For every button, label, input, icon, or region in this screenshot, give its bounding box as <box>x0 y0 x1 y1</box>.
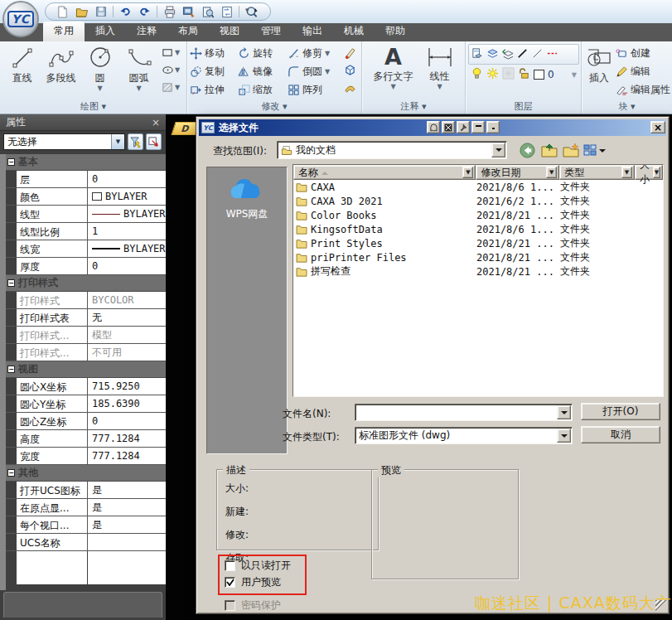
arc-dropdown-icon[interactable]: ▼ <box>136 85 141 91</box>
linetype-thin-button[interactable] <box>531 47 544 62</box>
print-button[interactable] <box>161 4 178 19</box>
filename-dropdown-icon[interactable] <box>557 405 571 419</box>
qat-overflow-icon[interactable]: ▾ <box>245 7 249 14</box>
collapse-icon[interactable]: − <box>7 279 15 287</box>
collapse-icon[interactable]: − <box>7 158 15 166</box>
pin-button[interactable] <box>457 121 470 133</box>
layer-sun-toggle[interactable] <box>486 67 499 82</box>
tab-annotate[interactable]: 注释 <box>126 22 167 41</box>
up-folder-button[interactable] <box>539 141 558 159</box>
circle-button[interactable]: 圆 ▼ <box>80 44 119 96</box>
copy-button[interactable]: 复制 <box>190 62 238 80</box>
redo-button[interactable] <box>136 4 153 19</box>
layer-color-swatch[interactable] <box>534 70 544 80</box>
layer-on-toggle[interactable] <box>471 67 483 82</box>
section-other[interactable]: −其他 <box>6 465 166 482</box>
minimize-button[interactable] <box>471 121 485 133</box>
filetype-combobox[interactable]: 标准图形文件 (dwg) <box>355 427 573 444</box>
layer-states-button[interactable] <box>486 47 499 62</box>
hatch-dropdown-icon[interactable]: ▼ <box>175 85 180 90</box>
new-file-button[interactable] <box>54 4 71 19</box>
tab-view[interactable]: 视图 <box>209 22 250 41</box>
ellipse-button[interactable]: ▼ <box>162 61 180 79</box>
layer-lock-toggle[interactable] <box>518 67 530 82</box>
scale-button[interactable]: 缩放 <box>238 80 288 99</box>
column-header-date[interactable]: 修改日期▼ <box>476 165 559 180</box>
print-preview-button[interactable] <box>199 4 216 19</box>
properties-close-icon[interactable]: × <box>152 117 160 128</box>
column-header-size[interactable]: 大小▼ <box>635 165 663 180</box>
quick-select-button[interactable] <box>128 133 143 150</box>
save-button[interactable] <box>92 4 109 19</box>
rectangle-dropdown-icon[interactable]: ▼ <box>175 50 180 56</box>
mirror-button[interactable]: 镜像 <box>238 62 288 80</box>
trim-dropdown-icon[interactable]: ▼ <box>325 51 330 56</box>
filename-combobox[interactable] <box>355 404 573 421</box>
tab-mechanical[interactable]: 机械 <box>333 22 375 41</box>
tab-help[interactable]: 帮助 <box>375 22 416 41</box>
file-row[interactable]: priPrinter Files 2021/8/21 ...文件夹 <box>293 250 663 264</box>
hatch-button[interactable]: ▼ <box>162 79 180 96</box>
stretch-button[interactable]: 拉伸 <box>190 80 238 99</box>
column-header-type[interactable]: 类型▼ <box>559 165 635 180</box>
layer-freeze-toggle[interactable] <box>502 67 515 82</box>
open-file-button[interactable] <box>73 4 90 19</box>
view-menu-button[interactable] <box>581 141 607 159</box>
pickadd-toggle-button[interactable] <box>146 133 162 150</box>
open-button[interactable]: 打开(O) <box>581 403 660 420</box>
file-row[interactable]: CAXA 3D 2021 2021/6/2 1...文件夹 <box>293 194 663 208</box>
linear-dim-button[interactable]: 线性 ▼ <box>422 44 458 90</box>
circle-dropdown-icon[interactable]: ▼ <box>97 85 102 91</box>
fillet-button[interactable]: 倒圆▼ <box>288 62 342 80</box>
trim-button[interactable]: 修剪▼ <box>288 44 342 62</box>
explode-button[interactable] <box>344 61 356 79</box>
tab-output[interactable]: 输出 <box>292 22 333 41</box>
filetype-dropdown-icon[interactable] <box>557 429 571 443</box>
new-folder-button[interactable] <box>561 141 580 159</box>
look-in-dropdown-icon[interactable] <box>491 143 505 157</box>
polyline-button[interactable]: 多段线 <box>41 44 80 96</box>
layer-properties-button[interactable] <box>471 47 484 62</box>
undo-button[interactable] <box>117 4 134 19</box>
restore-button[interactable] <box>486 121 500 133</box>
cancel-button[interactable]: 取消 <box>581 426 660 443</box>
move-button[interactable]: 移动 <box>190 44 238 62</box>
section-plotstyle[interactable]: −打印样式 <box>6 275 166 292</box>
mtext-button[interactable]: A 多行文字 ▼ <box>370 44 417 90</box>
erase-button[interactable] <box>344 44 356 61</box>
dim-button[interactable] <box>442 121 455 133</box>
tab-common[interactable]: 常用 <box>43 22 85 41</box>
date-filter-dropdown-icon[interactable]: ▼ <box>546 167 557 178</box>
modify-group-label[interactable]: 修改 ▾ <box>187 100 361 113</box>
collapse-icon[interactable]: − <box>7 469 15 477</box>
rotate-button[interactable]: 旋转 <box>238 44 288 62</box>
layer-group-label[interactable]: 图层 <box>466 100 581 113</box>
file-row[interactable]: Color Books 2021/8/21 ...文件夹 <box>293 208 663 222</box>
selection-combobox[interactable]: 无选择 ▼ <box>3 133 125 150</box>
dialog-close-button[interactable]: × <box>650 121 665 133</box>
file-row[interactable]: Print Styles 2021/8/21 ...文件夹 <box>293 236 663 250</box>
file-row[interactable]: KingsoftData 2021/8/6 1...文件夹 <box>293 222 663 236</box>
name-filter-dropdown-icon[interactable]: ▼ <box>462 167 473 178</box>
block-insert-button[interactable]: 插入 <box>584 44 614 99</box>
section-basic[interactable]: −基本 <box>6 154 166 171</box>
line-button[interactable]: 直线 <box>2 44 41 96</box>
linetype-dashed-button[interactable] <box>546 47 558 62</box>
size-filter-dropdown-icon[interactable]: ▼ <box>653 167 660 178</box>
collapse-icon[interactable]: − <box>7 366 15 373</box>
file-row[interactable]: 拼写检查 2021/8/21 ...文件夹 <box>293 264 663 279</box>
rectangle-button[interactable]: ▼ <box>162 44 180 61</box>
ghost-button[interactable] <box>427 121 440 133</box>
layer-dropdown-icon[interactable]: ▼ <box>572 72 577 78</box>
look-in-combobox[interactable]: 我的文档 <box>277 141 507 159</box>
linear-dropdown-icon[interactable]: ▼ <box>437 84 442 90</box>
tab-layout[interactable]: 布局 <box>167 22 209 41</box>
sweep-button[interactable] <box>344 79 356 96</box>
column-header-name[interactable]: 名称▼ <box>293 165 476 180</box>
app-menu-button[interactable]: YC <box>2 1 39 37</box>
type-filter-dropdown-icon[interactable]: ▼ <box>621 167 632 178</box>
block-group-label[interactable]: 块 ▾ <box>582 100 672 113</box>
ellipse-dropdown-icon[interactable]: ▼ <box>175 67 180 73</box>
draw-group-label[interactable]: 绘图 ▾ <box>0 100 186 113</box>
tab-insert[interactable]: 插入 <box>85 22 126 41</box>
